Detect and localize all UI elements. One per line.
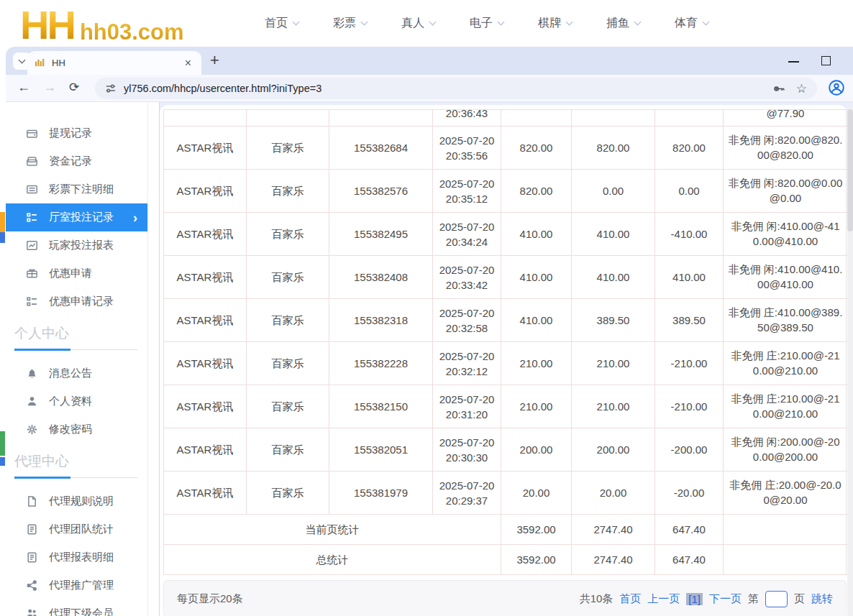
page-summary-row: 当前页统计3592.002747.40647.40 <box>164 515 846 545</box>
coupon-icon <box>26 267 38 280</box>
sidebar-item-label: 优惠申请记录 <box>49 295 137 308</box>
game-cell: 百家乐 <box>247 170 329 213</box>
date-text: 2025-07-20 <box>439 176 495 191</box>
summary-label-cell: 当前页统计 <box>164 515 501 545</box>
nav-item[interactable]: 首页 <box>265 16 298 31</box>
url-bar[interactable]: yl756.com/hhcp/usercenter.html?iniType=3… <box>95 78 817 99</box>
site-info-icon[interactable] <box>105 83 117 94</box>
bookmark-star-icon[interactable]: ☆ <box>796 81 807 96</box>
time-text: 20:34:24 <box>446 234 488 249</box>
datetime-cell: 2025-07-2020:35:12 <box>433 170 501 213</box>
browser-tab[interactable]: HH × <box>27 51 201 75</box>
site-logo[interactable]: HH hh03.com <box>20 0 184 47</box>
records-icon <box>26 295 38 308</box>
sidebar-item[interactable]: 彩票下注明细 <box>6 175 147 203</box>
hall-cell: ASTAR视讯 <box>164 256 247 299</box>
date-text: 2025-07-20 <box>439 349 495 364</box>
bet-detail-cell: 非免佣 闲:820.00@820.00@820.00 <box>724 127 847 170</box>
sidebar-item[interactable]: 代理推广管理 <box>6 571 147 599</box>
tab-favicon <box>35 58 45 68</box>
pagination-controls: 共10条 首页 上一页 [1] 下一页 第 页 跳转 <box>580 591 833 607</box>
tab-close-icon[interactable]: × <box>182 57 194 70</box>
bet-amount-cell: 210.00 <box>501 342 572 385</box>
sidebar-item[interactable]: 厅室投注记录› <box>6 203 147 231</box>
order-cell: 155382318 <box>329 299 433 342</box>
sidebar-item-label: 玩家投注报表 <box>49 239 137 252</box>
nav-item-label: 首页 <box>265 16 288 31</box>
game-cell: 百家乐 <box>247 256 329 299</box>
next-page-link[interactable]: 下一页 <box>709 592 742 606</box>
hall-cell: ASTAR视讯 <box>164 213 247 256</box>
table-cell <box>329 110 433 127</box>
gear-icon <box>26 423 38 436</box>
jump-button[interactable]: 跳转 <box>811 592 833 606</box>
sidebar-item-label: 代理报表明细 <box>49 551 137 564</box>
password-key-icon[interactable] <box>772 82 786 96</box>
profile-avatar-icon[interactable] <box>827 78 846 100</box>
wallet-icon <box>26 127 38 139</box>
total-summary-row: 总统计3592.002747.40647.40 <box>164 545 846 575</box>
nav-item[interactable]: 真人 <box>401 16 435 31</box>
chevron-down-icon <box>498 19 505 26</box>
summary-bet-cell: 3592.00 <box>501 545 572 575</box>
url-text: yl756.com/hhcp/usercenter.html?iniType=3 <box>124 83 772 94</box>
sidebar-item[interactable]: 个人资料 <box>6 387 147 415</box>
page-jump-input[interactable] <box>765 591 788 607</box>
person-icon <box>26 395 38 408</box>
sidebar-item[interactable]: 代理报表明细 <box>6 543 147 571</box>
sidebar-item-label: 代理推广管理 <box>49 579 137 592</box>
sidebar-item[interactable]: 代理规则说明 <box>6 487 147 515</box>
first-page-link[interactable]: 首页 <box>619 592 641 606</box>
hall-cell: ASTAR视讯 <box>164 170 247 213</box>
back-button[interactable]: ← <box>17 80 30 95</box>
nav-item[interactable]: 电子 <box>470 16 503 31</box>
scrollbar[interactable] <box>847 106 853 616</box>
time-text: 20:31:20 <box>446 407 488 422</box>
bet-amount-cell: 410.00 <box>501 256 572 299</box>
nav-item[interactable]: 棋牌 <box>538 16 572 31</box>
sidebar-item[interactable]: 玩家投注报表 <box>6 231 147 259</box>
forward-button[interactable]: → <box>43 80 56 95</box>
sidebar-item[interactable]: 消息公告 <box>6 359 147 387</box>
sidebar-item[interactable]: 修改密码 <box>6 415 147 443</box>
nav-item-label: 捕鱼 <box>606 16 629 31</box>
chevron-down-icon <box>293 19 300 26</box>
sidebar-item[interactable]: 提现记录 <box>6 119 147 147</box>
nav-item[interactable]: 体育 <box>675 16 708 31</box>
order-cell: 155382150 <box>329 385 433 428</box>
prev-page-link[interactable]: 上一页 <box>647 592 680 606</box>
reload-button[interactable]: ⟳ <box>69 80 79 95</box>
game-cell: 百家乐 <box>247 127 329 170</box>
window-maximize-button[interactable] <box>821 56 831 65</box>
nav-item[interactable]: 彩票 <box>333 16 367 31</box>
summary-empty-cell <box>724 515 847 545</box>
date-text: 2025-07-20 <box>439 435 495 450</box>
table-cell <box>572 110 655 127</box>
nav-item[interactable]: 捕鱼 <box>606 16 640 31</box>
hall-cell: ASTAR视讯 <box>164 428 247 472</box>
background-fragment <box>0 232 5 243</box>
datetime-cell: 2025-07-2020:34:24 <box>433 213 501 256</box>
sidebar-item[interactable]: 资金记录 <box>6 147 147 175</box>
bet-amount-cell: 20.00 <box>501 472 572 515</box>
sidebar-item[interactable]: 优惠申请记录 <box>6 288 147 316</box>
winloss-cell: -210.00 <box>655 342 724 385</box>
scrollbar-thumb[interactable] <box>847 109 853 231</box>
datetime-cell: 2025-07-2020:33:42 <box>433 256 501 299</box>
nav-item-label: 体育 <box>675 16 698 31</box>
bet-amount-cell: 200.00 <box>501 428 572 472</box>
window-minimize-button[interactable] <box>788 61 799 63</box>
new-tab-button[interactable]: + <box>210 52 219 69</box>
chevron-down-icon <box>634 19 642 26</box>
sidebar-section-title: 个人中心 <box>6 316 147 343</box>
nav-item-label: 电子 <box>470 16 493 31</box>
game-cell: 百家乐 <box>247 299 329 342</box>
sidebar-item[interactable]: 优惠申请 <box>6 259 147 288</box>
sidebar-item[interactable]: 代理团队统计 <box>6 515 147 543</box>
sidebar-item[interactable]: 代理下级会员 <box>6 599 147 616</box>
time-text: 20:30:30 <box>446 450 488 465</box>
people-icon <box>26 607 38 616</box>
hall-cell: ASTAR视讯 <box>164 472 247 515</box>
table-row: ASTAR视讯百家乐1553820512025-07-2020:30:30200… <box>164 428 846 472</box>
time-text: 20:32:12 <box>446 364 488 379</box>
